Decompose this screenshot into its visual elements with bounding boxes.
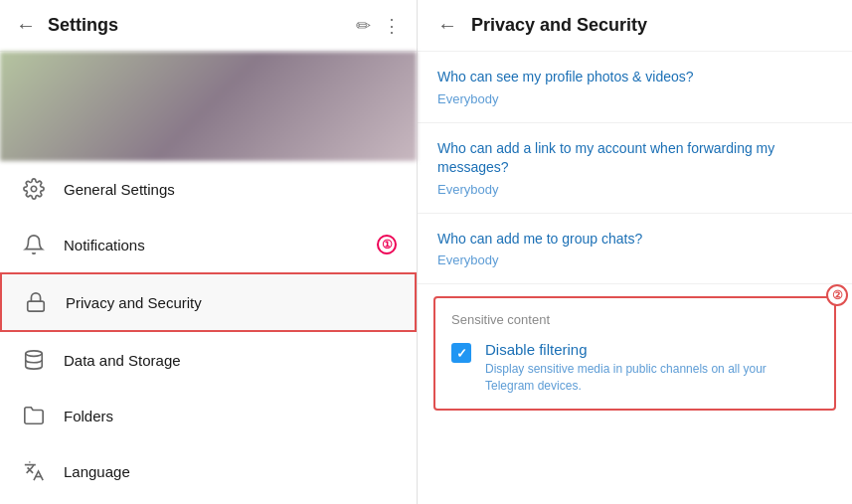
back-button-left[interactable]: ← [16, 14, 36, 37]
bell-icon [20, 231, 48, 258]
marker-two: ② [826, 284, 848, 306]
translate-icon [20, 457, 48, 485]
notifications-badge: ① [377, 235, 397, 254]
sensitive-section-title: Sensitive content [451, 312, 818, 327]
sensitive-text-block: Disable filtering Display sensitive medi… [485, 341, 818, 395]
left-panel: ← Settings ✏ ⋮ General Settings [0, 0, 418, 504]
sidebar-item-privacy[interactable]: Privacy and Security [0, 272, 417, 332]
sensitive-content-section: Sensitive content Disable filtering Disp… [433, 296, 836, 411]
privacy-security-title: Privacy and Security [471, 15, 647, 36]
edit-icon[interactable]: ✏ [356, 15, 371, 37]
disable-filtering-description: Display sensitive media in public channe… [485, 361, 818, 395]
privacy-question-3: Who can add me to group chats? [437, 230, 832, 250]
sidebar-item-general[interactable]: General Settings [0, 161, 417, 217]
disable-filtering-checkbox[interactable] [451, 343, 471, 363]
sidebar-item-general-label: General Settings [64, 181, 397, 198]
privacy-item-photos[interactable]: Who can see my profile photos & videos? … [418, 52, 852, 123]
sidebar-item-folders-label: Folders [64, 408, 397, 424]
privacy-question-2: Who can add a link to my account when fo… [437, 139, 832, 178]
sidebar-item-data-label: Data and Storage [64, 352, 397, 369]
sensitive-item: Disable filtering Display sensitive medi… [451, 341, 818, 395]
settings-title: Settings [48, 15, 344, 36]
svg-point-0 [31, 186, 37, 192]
sidebar-item-notifications-label: Notifications [64, 237, 397, 253]
svg-rect-1 [28, 301, 45, 311]
back-button-right[interactable]: ← [437, 14, 457, 37]
privacy-item-groups[interactable]: Who can add me to group chats? Everybody [418, 214, 852, 285]
privacy-question-1: Who can see my profile photos & videos? [437, 68, 832, 87]
sidebar-item-privacy-label: Privacy and Security [66, 294, 395, 311]
right-panel: ← Privacy and Security Who can see my pr… [418, 0, 852, 504]
folder-icon [20, 402, 48, 429]
privacy-answer-3: Everybody [437, 252, 832, 267]
database-icon [20, 346, 48, 374]
sidebar-item-language-label: Language [64, 463, 397, 480]
privacy-item-link[interactable]: Who can add a link to my account when fo… [418, 123, 852, 214]
right-header: ← Privacy and Security [418, 0, 852, 52]
sidebar-item-notifications[interactable]: Notifications ① [0, 217, 417, 272]
more-icon[interactable]: ⋮ [383, 15, 401, 37]
privacy-answer-1: Everybody [437, 91, 832, 106]
sidebar-item-folders[interactable]: Folders [0, 388, 417, 443]
settings-menu: General Settings Notifications ① Privacy… [0, 161, 417, 504]
privacy-answer-2: Everybody [437, 182, 832, 197]
gear-icon [20, 175, 48, 203]
lock-icon [22, 288, 50, 316]
disable-filtering-label: Disable filtering [485, 341, 818, 358]
sidebar-item-language[interactable]: Language [0, 443, 417, 499]
left-header: ← Settings ✏ ⋮ [0, 0, 417, 52]
avatar-banner [0, 52, 417, 161]
privacy-content: Who can see my profile photos & videos? … [418, 52, 852, 504]
sidebar-item-data[interactable]: Data and Storage [0, 332, 417, 388]
svg-point-2 [26, 351, 43, 357]
